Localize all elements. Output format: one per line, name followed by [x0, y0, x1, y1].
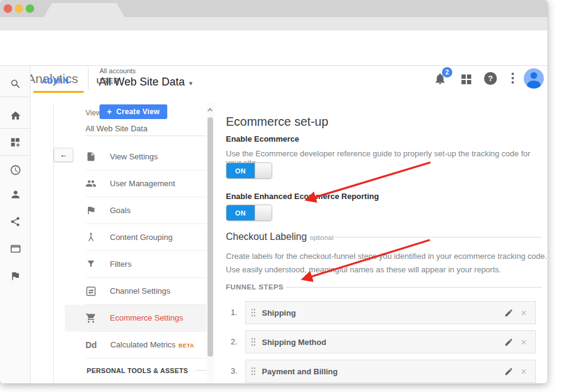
behavior-browser-icon[interactable] [10, 243, 21, 255]
edit-pencil-icon[interactable] [504, 338, 513, 347]
accounts-label: All accounts [99, 67, 136, 74]
menu-label: Filters [110, 260, 131, 269]
document-icon [85, 151, 96, 162]
notification-count-badge: 2 [442, 67, 452, 78]
more-options-kebab-icon[interactable] [512, 73, 514, 85]
step-number: 1. [231, 308, 242, 317]
cart-icon [85, 313, 96, 324]
menu-label: User Management [110, 179, 175, 188]
toggle-knob [255, 205, 272, 220]
step-number: 2. [231, 337, 242, 346]
search-icon[interactable] [10, 78, 21, 90]
funnel-step-row: Payment and Billing × [245, 360, 536, 383]
create-view-label: Create View [116, 107, 159, 116]
enable-ecommerce-description: Use the Ecommerce developer reference gu… [226, 149, 548, 167]
step-label: Shipping Method [262, 338, 326, 347]
drag-handle-icon[interactable] [251, 308, 256, 317]
menu-item-channel-settings[interactable]: Channel Settings [85, 278, 206, 305]
menu-label: Content Grouping [110, 233, 173, 242]
help-icon[interactable]: ? [484, 72, 497, 85]
flag-icon [85, 205, 96, 216]
drag-handle-icon[interactable] [251, 367, 256, 376]
funnel-icon [85, 259, 96, 269]
close-icon[interactable]: × [521, 366, 527, 377]
edit-pencil-icon[interactable] [504, 308, 513, 318]
checkout-description-line2: Use easily understood, meaningful names … [226, 265, 501, 274]
enhanced-ecommerce-label: Enable Enhanced Ecommerce Reporting [226, 192, 379, 201]
sidebar-divider [0, 96, 31, 97]
beta-badge: BETA [179, 343, 194, 349]
tab-admin[interactable]: ADMIN [42, 77, 69, 85]
avatar-person-icon [524, 68, 544, 89]
step-actions: × [504, 308, 527, 318]
channel-settings-icon [85, 286, 96, 297]
menu-label: Goals [110, 206, 131, 215]
content-grouping-icon [85, 232, 96, 242]
checkout-description-line1: Create labels for the checkout-funnel st… [226, 252, 547, 261]
view-label: View [85, 109, 101, 117]
conversions-flag-icon[interactable] [10, 270, 21, 281]
step-actions: × [504, 337, 527, 347]
app-header: Analytics All accounts All Web Site Data… [0, 31, 548, 66]
page-title: Ecommerce set-up [226, 115, 328, 129]
active-tab-underline [34, 91, 84, 93]
zoom-window-button[interactable] [26, 4, 34, 13]
divider [195, 370, 206, 371]
menu-item-content-grouping[interactable]: Content Grouping [85, 224, 206, 251]
divider [311, 237, 542, 238]
toggle-on-label: ON [226, 163, 255, 178]
divider [85, 136, 208, 136]
browser-tab[interactable] [44, 3, 125, 17]
browser-toolbar [0, 17, 548, 31]
section-header-personal-tools: PERSONAL TOOLS & ASSETS [87, 367, 188, 374]
optional-label: optional [310, 234, 334, 241]
close-window-button[interactable] [4, 4, 12, 13]
edit-pencil-icon[interactable] [504, 367, 513, 376]
step-label: Shipping [262, 308, 296, 318]
sidebar-divider [0, 155, 31, 156]
caret-down-icon: ▾ [189, 79, 193, 87]
enable-ecommerce-toggle[interactable]: ON [226, 162, 272, 179]
back-button[interactable]: ← [54, 148, 73, 162]
create-view-button[interactable]: + Create View [99, 104, 167, 119]
menu-label-selected: Ecommerce Settings [110, 313, 183, 322]
header-divider [88, 68, 89, 90]
calculated-metrics-dd-icon: Dd [85, 340, 97, 350]
step-actions: × [504, 366, 527, 377]
panel-property-name: All Web Site Data [85, 124, 148, 133]
menu-item-filters[interactable]: Filters [85, 251, 206, 278]
menu-item-calculated-metrics[interactable]: Dd Calculated MetricsBETA [85, 332, 206, 358]
menu-label: Channel Settings [110, 286, 170, 296]
funnel-step-row: Shipping × [245, 301, 536, 324]
customization-icon[interactable] [10, 137, 21, 148]
home-icon[interactable] [10, 110, 21, 122]
funnel-steps-header: FUNNEL STEPS [226, 283, 284, 291]
close-icon[interactable]: × [521, 308, 527, 318]
audience-person-icon[interactable] [10, 189, 21, 200]
toggle-on-label: ON [226, 205, 255, 220]
close-icon[interactable]: × [521, 337, 527, 347]
enable-ecommerce-label: Enable Ecommerce [226, 134, 299, 143]
minimize-window-button[interactable] [15, 4, 23, 13]
tab-user[interactable]: USER [96, 77, 120, 85]
panel-divider [53, 103, 54, 383]
menu-item-ecommerce-settings[interactable]: Ecommerce Settings [85, 305, 206, 332]
plus-icon: + [107, 107, 112, 117]
scrollbar-thumb[interactable] [208, 117, 213, 357]
enhanced-ecommerce-toggle[interactable]: ON [226, 205, 272, 221]
drag-handle-icon[interactable] [251, 338, 256, 346]
sidebar-divider [0, 128, 31, 129]
apps-grid-icon[interactable] [461, 74, 472, 85]
menu-item-goals[interactable]: Goals [85, 197, 206, 224]
browser-titlebar [0, 0, 548, 17]
user-avatar[interactable] [524, 68, 544, 89]
realtime-clock-icon[interactable] [10, 164, 21, 176]
menu-item-view-settings[interactable]: View Settings [85, 143, 206, 170]
divider [286, 287, 542, 288]
step-number: 3. [231, 366, 242, 376]
checkout-labeling-text: Checkout Labeling [226, 231, 307, 242]
menu-label: Calculated Metrics [110, 340, 176, 349]
people-icon [85, 178, 96, 189]
acquisition-share-icon[interactable] [10, 216, 21, 227]
menu-item-user-management[interactable]: User Management [85, 170, 206, 197]
